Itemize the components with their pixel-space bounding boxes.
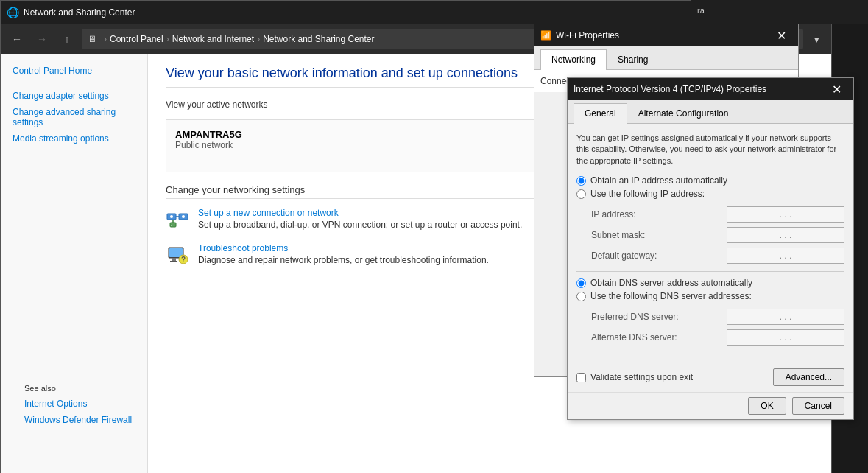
ipv4-separator xyxy=(576,271,844,272)
sidebar-item-change-adapter[interactable]: Change adapter settings xyxy=(1,88,147,104)
ip-address-label: IP address: xyxy=(591,209,680,220)
sidebar-item-control-panel-home[interactable]: Control Panel Home xyxy=(1,63,147,79)
sidebar: Control Panel Home Change adapter settin… xyxy=(1,54,148,473)
ipv4-title: Internet Protocol Version 4 (TCP/IPv4) P… xyxy=(574,84,825,94)
breadcrumb-network-internet[interactable]: Network and Internet xyxy=(172,34,254,44)
obtain-auto-row: Obtain an IP address automatically xyxy=(576,175,844,186)
default-gateway-input[interactable]: . . . xyxy=(727,248,844,264)
use-following-dns-label[interactable]: Use the following DNS server addresses: xyxy=(590,291,752,301)
use-following-ip-radio[interactable] xyxy=(576,189,586,199)
alternate-dns-input[interactable]: . . . xyxy=(727,329,844,346)
cancel-button[interactable]: Cancel xyxy=(792,397,844,415)
ip-radio-group: Obtain an IP address automatically Use t… xyxy=(576,175,844,199)
forward-button[interactable]: → xyxy=(32,29,52,49)
network-name: AMPANTRA5G xyxy=(175,129,242,140)
wifi-props-tabs: Networking Sharing xyxy=(534,46,798,70)
back-button[interactable]: ← xyxy=(7,29,27,49)
wifi-props-title: Wi-Fi Properties xyxy=(556,30,770,41)
svg-rect-11 xyxy=(170,261,177,262)
dns-radio-group: Obtain DNS server address automatically … xyxy=(576,278,844,301)
ip-address-input[interactable]: . . . xyxy=(727,206,844,223)
main-window-title: Network and Sharing Center xyxy=(24,7,724,18)
subnet-mask-input[interactable]: . . . xyxy=(727,227,844,243)
default-gateway-label: Default gateway: xyxy=(591,250,680,261)
preferred-dns-row: Preferred DNS server: . . . xyxy=(591,309,844,325)
preferred-dns-input[interactable]: . . . xyxy=(727,309,844,325)
troubleshoot-desc: Diagnose and repair network problems, or… xyxy=(198,255,489,265)
use-following-ip-row: Use the following IP address: xyxy=(576,189,844,199)
svg-point-3 xyxy=(170,215,173,218)
dns-fields: Preferred DNS server: . . . Alternate DN… xyxy=(591,309,844,346)
ipv4-body: You can get IP settings assigned automat… xyxy=(568,124,853,362)
obtain-auto-label[interactable]: Obtain an IP address automatically xyxy=(590,175,727,186)
subnet-mask-row: Subnet mask: . . . xyxy=(591,227,844,243)
alternate-dns-row: Alternate DNS server: . . . xyxy=(591,329,844,346)
main-window-icon: 🌐 xyxy=(7,7,19,18)
ip-address-row: IP address: . . . xyxy=(591,206,844,223)
setup-connection-link[interactable]: Set up a new connection or network xyxy=(198,208,522,218)
breadcrumb-control-panel[interactable]: Control Panel xyxy=(110,34,163,44)
validate-label[interactable]: Validate settings upon exit xyxy=(590,372,693,382)
ipv4-footer: Validate settings upon exit Advanced... xyxy=(568,362,853,392)
svg-text:?: ? xyxy=(181,256,186,264)
network-type: Public network xyxy=(175,140,242,150)
alternate-dns-label: Alternate DNS server: xyxy=(591,332,680,343)
breadcrumb-sharing-center[interactable]: Network and Sharing Center xyxy=(263,34,374,44)
wifi-tab-networking[interactable]: Networking xyxy=(540,49,607,70)
sidebar-item-change-advanced-sharing[interactable]: Change advanced sharing settings xyxy=(1,104,147,130)
ipv4-properties-dialog: Internet Protocol Version 4 (TCP/IPv4) P… xyxy=(567,77,854,420)
svg-rect-10 xyxy=(172,258,176,261)
see-also-label: See also xyxy=(13,381,144,396)
ipv4-tab-alternate[interactable]: Alternate Configuration xyxy=(627,103,740,123)
setup-connection-text: Set up a new connection or network Set u… xyxy=(198,208,522,230)
ipv4-tab-general[interactable]: General xyxy=(574,103,627,124)
dialog-buttons: OK Cancel xyxy=(568,392,853,419)
troubleshoot-icon: ? xyxy=(166,243,189,267)
obtain-dns-auto-row: Obtain DNS server address automatically xyxy=(576,278,844,288)
preferred-dns-label: Preferred DNS server: xyxy=(591,312,680,322)
network-setup-icon: + xyxy=(166,208,189,231)
background-text: ra xyxy=(691,0,868,24)
use-following-dns-radio[interactable] xyxy=(576,292,586,301)
up-button[interactable]: ↑ xyxy=(57,29,77,49)
wifi-props-close-button[interactable]: ✕ xyxy=(770,24,792,46)
use-following-ip-label[interactable]: Use the following IP address: xyxy=(590,189,705,199)
validate-row: Validate settings upon exit xyxy=(576,372,693,382)
ip-fields: IP address: . . . Subnet mask: . . . Def… xyxy=(591,206,844,264)
default-gateway-row: Default gateway: . . . xyxy=(591,248,844,264)
wifi-props-titlebar: 📶 Wi-Fi Properties ✕ xyxy=(534,24,798,46)
obtain-auto-radio[interactable] xyxy=(576,176,586,186)
ipv4-titlebar: Internet Protocol Version 4 (TCP/IPv4) P… xyxy=(568,78,853,100)
see-also-section: See also Internet Options Windows Defend… xyxy=(1,381,155,428)
sidebar-item-windows-firewall[interactable]: Windows Defender Firewall xyxy=(13,412,144,428)
setup-connection-desc: Set up a broadband, dial-up, or VPN conn… xyxy=(198,220,522,230)
ipv4-tabs: General Alternate Configuration xyxy=(568,100,853,124)
ok-button[interactable]: OK xyxy=(748,397,786,415)
wifi-tab-sharing[interactable]: Sharing xyxy=(607,49,659,69)
obtain-dns-auto-radio[interactable] xyxy=(576,278,586,288)
troubleshoot-link[interactable]: Troubleshoot problems xyxy=(198,243,489,253)
wifi-props-icon: 📶 xyxy=(540,30,551,41)
use-following-dns-row: Use the following DNS server addresses: xyxy=(576,291,844,301)
subnet-mask-label: Subnet mask: xyxy=(591,230,680,240)
obtain-dns-auto-label[interactable]: Obtain DNS server address automatically xyxy=(590,278,752,288)
ipv4-description: You can get IP settings assigned automat… xyxy=(576,133,844,167)
address-dropdown-button[interactable]: ▾ xyxy=(808,29,825,49)
network-identity: AMPANTRA5G Public network xyxy=(175,129,242,150)
validate-checkbox[interactable] xyxy=(576,373,586,382)
breadcrumb-icon: 🖥 xyxy=(88,34,96,44)
breadcrumb-sep-1: › xyxy=(104,34,107,44)
sidebar-item-media-streaming[interactable]: Media streaming options xyxy=(1,130,147,147)
sidebar-item-internet-options[interactable]: Internet Options xyxy=(13,396,144,412)
troubleshoot-text: Troubleshoot problems Diagnose and repai… xyxy=(198,243,489,265)
ipv4-close-button[interactable]: ✕ xyxy=(825,78,847,100)
footer-right: Advanced... xyxy=(773,368,844,386)
svg-point-4 xyxy=(182,215,185,218)
advanced-button[interactable]: Advanced... xyxy=(773,368,844,386)
